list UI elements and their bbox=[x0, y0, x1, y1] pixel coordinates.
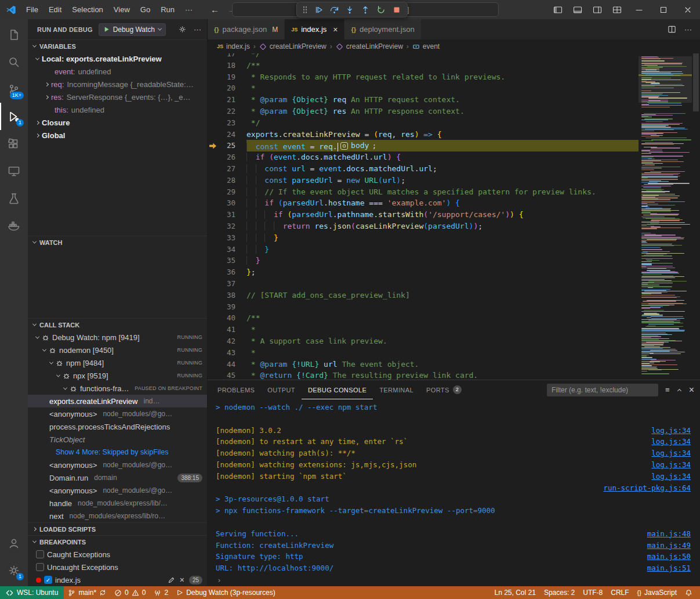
gutter-breakpoint-zone[interactable] bbox=[208, 312, 217, 324]
line-number[interactable]: 21 bbox=[217, 94, 235, 106]
minimap[interactable] bbox=[639, 53, 692, 380]
gutter-breakpoint-zone[interactable] bbox=[208, 60, 217, 71]
activitybar-search[interactable] bbox=[0, 48, 28, 75]
debug-console-filter-input[interactable] bbox=[547, 384, 658, 396]
problems-indicator[interactable]: 00 bbox=[110, 586, 150, 599]
callstack-frame-row[interactable]: TickObject bbox=[28, 433, 207, 446]
gutter-breakpoint-zone[interactable] bbox=[208, 290, 217, 301]
breadcrumb-item-index.js[interactable]: JSindex.js bbox=[217, 42, 250, 50]
panel-tab-problems[interactable]: PROBLEMS bbox=[211, 380, 261, 399]
variables-scope-row[interactable]: Closure bbox=[28, 116, 207, 129]
forwarded-ports-indicator[interactable]: 2 bbox=[150, 586, 172, 599]
line-number[interactable]: 22 bbox=[217, 106, 235, 117]
minimize-button[interactable] bbox=[627, 0, 651, 19]
line-number[interactable]: 42 bbox=[217, 335, 235, 347]
console-source-link[interactable]: log.js:34 bbox=[640, 448, 691, 459]
console-source-link[interactable]: log.js:34 bbox=[640, 459, 691, 471]
callstack-frame-row[interactable]: nextnode_modules/express/lib/ro… bbox=[28, 510, 207, 522]
breakpoint-row[interactable]: Caught Exceptions bbox=[28, 548, 207, 561]
toggle-sidebar-icon[interactable] bbox=[548, 0, 568, 19]
gutter-breakpoint-zone[interactable] bbox=[208, 370, 217, 380]
tab-index.js[interactable]: JSindex.js× bbox=[285, 19, 344, 39]
line-number[interactable]: 19 bbox=[217, 71, 235, 83]
debug-launch-picker[interactable]: Debug Watch bbox=[99, 23, 166, 36]
console-source-link[interactable]: main.js:50 bbox=[636, 551, 691, 562]
activitybar-explorer[interactable] bbox=[0, 21, 28, 48]
editor-scrollbar[interactable] bbox=[692, 53, 700, 380]
gutter-breakpoint-zone[interactable] bbox=[208, 324, 217, 335]
command-center[interactable]: 3p-resources [WSL: Ubuntu] bbox=[232, 2, 499, 17]
maximize-panel-icon[interactable] bbox=[677, 389, 681, 393]
console-source-link[interactable]: log.js:34 bbox=[640, 436, 691, 448]
activitybar-accounts[interactable] bbox=[0, 529, 28, 557]
toggle-panel-icon[interactable] bbox=[568, 0, 587, 19]
gutter-breakpoint-zone[interactable] bbox=[208, 94, 217, 106]
console-source-link[interactable]: main.js:49 bbox=[636, 540, 691, 551]
variables-scope-row[interactable]: Global bbox=[28, 129, 207, 142]
line-number[interactable]: 41 bbox=[217, 324, 235, 335]
menu-file[interactable]: File bbox=[21, 0, 43, 19]
callstack-frame-row[interactable]: Domain.rundomain388:15 bbox=[28, 471, 207, 484]
callstack-session-row[interactable]: nodemon [9450]RUNNING bbox=[28, 344, 207, 356]
notifications-bell-icon[interactable] bbox=[681, 589, 697, 597]
line-number[interactable]: 40 bbox=[217, 312, 235, 324]
remove-breakpoint-icon[interactable]: × bbox=[180, 575, 184, 584]
more-actions-icon[interactable]: ··· bbox=[194, 25, 201, 34]
eol-indicator[interactable]: CRLF bbox=[607, 589, 633, 597]
tab-package.json[interactable]: {}package.jsonM bbox=[208, 19, 285, 39]
line-number[interactable]: 44 bbox=[217, 359, 235, 370]
language-indicator[interactable]: {}JavaScript bbox=[633, 589, 681, 597]
line-number[interactable]: 35 bbox=[217, 255, 235, 266]
step-into-button[interactable] bbox=[345, 5, 354, 15]
activitybar-settings[interactable]: 1 bbox=[0, 557, 28, 584]
line-number[interactable]: 25 bbox=[217, 140, 235, 151]
gutter-breakpoint-zone[interactable] bbox=[208, 117, 217, 129]
gutter-breakpoint-zone[interactable] bbox=[208, 82, 217, 94]
cursor-position-indicator[interactable]: Ln 25, Col 21 bbox=[491, 589, 540, 597]
more-actions-icon[interactable]: ··· bbox=[684, 25, 692, 34]
menu-go[interactable]: Go bbox=[135, 0, 155, 19]
section-loaded-scripts-header[interactable]: LOADED SCRIPTS bbox=[28, 522, 207, 535]
breakpoint-row[interactable]: Uncaught Exceptions bbox=[28, 561, 207, 573]
section-variables-header[interactable]: VARIABLES bbox=[28, 39, 207, 52]
breakpoint-row[interactable]: ✓index.js×25 bbox=[28, 573, 207, 586]
debug-toolbar-grip[interactable] bbox=[303, 6, 307, 13]
gutter-breakpoint-zone[interactable] bbox=[208, 197, 217, 209]
callstack-frame-row[interactable]: <anonymous>node_modules/@go… bbox=[28, 459, 207, 471]
activitybar-docker[interactable] bbox=[0, 212, 28, 239]
gutter-breakpoint-zone[interactable] bbox=[208, 255, 217, 266]
gutter-breakpoint-zone[interactable] bbox=[208, 186, 217, 198]
menu-view[interactable]: View bbox=[108, 0, 135, 19]
stop-button[interactable] bbox=[392, 5, 401, 15]
panel-tab-output[interactable]: OUTPUT bbox=[261, 380, 302, 399]
step-out-button[interactable] bbox=[361, 5, 370, 15]
line-number[interactable]: 23 bbox=[217, 117, 235, 129]
line-number[interactable]: 39 bbox=[217, 301, 235, 313]
section-call-stack-header[interactable]: CALL STACK bbox=[28, 318, 207, 331]
inline-suggestion[interactable]: body; bbox=[340, 140, 376, 151]
callstack-session-row[interactable]: npm [9484]RUNNING bbox=[28, 356, 207, 369]
line-number[interactable]: 28 bbox=[217, 175, 235, 186]
gutter-breakpoint-zone[interactable] bbox=[208, 106, 217, 117]
gear-icon[interactable] bbox=[178, 25, 187, 34]
section-breakpoints-header[interactable]: BREAKPOINTS bbox=[28, 535, 207, 548]
line-number[interactable]: 34 bbox=[217, 244, 235, 255]
breakpoint-checkbox[interactable]: ✓ bbox=[44, 576, 52, 584]
gutter-breakpoint-zone[interactable] bbox=[208, 53, 217, 60]
callstack-session-row[interactable]: functions-fra…PAUSED ON BREAKPOINT bbox=[28, 382, 207, 395]
console-source-link[interactable]: log.js:34 bbox=[640, 471, 691, 482]
line-number[interactable]: 45 bbox=[217, 370, 235, 380]
step-over-button[interactable] bbox=[329, 5, 339, 15]
menu-edit[interactable]: Edit bbox=[43, 0, 67, 19]
line-number[interactable]: 29 bbox=[217, 186, 235, 198]
console-source-link[interactable]: run-script-pkg.js:64 bbox=[592, 482, 691, 494]
line-number[interactable]: 17 bbox=[217, 53, 235, 60]
line-number[interactable]: 20 bbox=[217, 82, 235, 94]
console-source-link[interactable]: main.js:51 bbox=[636, 562, 691, 574]
gutter-breakpoint-zone[interactable] bbox=[208, 209, 217, 221]
close-button[interactable] bbox=[676, 0, 700, 19]
console-source-link[interactable]: log.js:34 bbox=[640, 425, 691, 436]
variable-row[interactable]: event:undefined bbox=[28, 65, 207, 78]
split-editor-icon[interactable] bbox=[668, 25, 676, 34]
menu-selection[interactable]: Selection bbox=[67, 0, 108, 19]
